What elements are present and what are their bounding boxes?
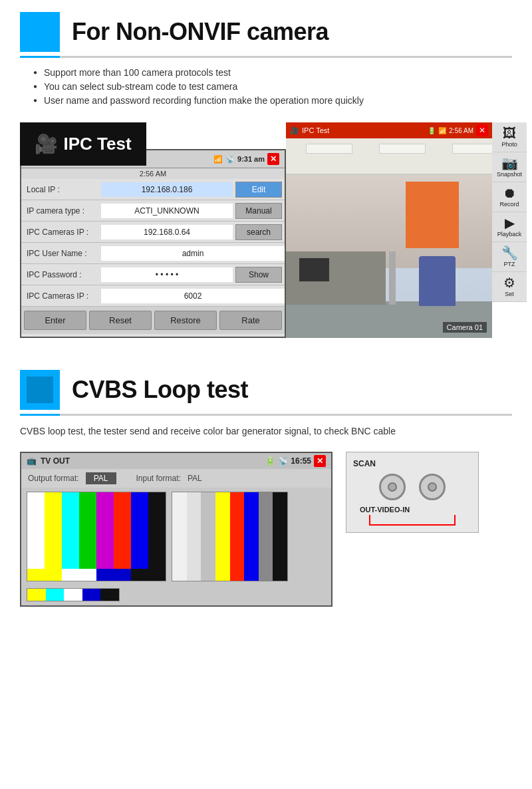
camera-time: 2:56 AM (449, 127, 473, 134)
mono-bar-4 (215, 492, 230, 581)
mono-screen (172, 492, 288, 581)
camera-close-btn[interactable]: ✕ (476, 124, 488, 136)
bar-magenta (96, 492, 114, 569)
bottom-yellow (27, 569, 62, 581)
bnc-out-video-label: OUT-VIDEO-IN (360, 506, 410, 514)
cameratype-value: ACTI_UNKNOWN (101, 204, 233, 218)
camera-title-icon: 🎥 (290, 126, 299, 135)
tvout-title: TV OUT (41, 456, 70, 466)
bar-yellow (45, 492, 62, 569)
tvout-battery-icon: 🔋 (265, 456, 275, 466)
localip-label: Local IP : (21, 182, 101, 197)
form-datetime: 2:56 AM (21, 168, 285, 179)
mono-bar-6 (244, 492, 259, 581)
playback-icon: ▶ (505, 216, 515, 230)
sidebar-photo[interactable]: 🖼 Photo (492, 122, 527, 152)
snapshot-label: Snapshot (497, 171, 522, 178)
section2-icon (20, 370, 60, 410)
camera-titlebar: 🎥 IPC Test 🔋 📶 2:56 AM ✕ (286, 122, 492, 138)
section1-title: For Non-ONVIF camera (72, 18, 329, 46)
bnc-red-bracket (369, 515, 456, 526)
section2: CVBS Loop test CVBS loop test, the teste… (0, 358, 532, 607)
tvout-time: 16:55 (291, 456, 311, 466)
ipc-logo-label: IPC Test (63, 134, 131, 154)
bar-white (27, 492, 45, 569)
tvout-icon: 📺 (27, 456, 37, 466)
manual-button[interactable]: Manual (235, 203, 282, 219)
small-bar-5 (100, 589, 119, 601)
small-bar-4 (82, 589, 101, 601)
bar-green (79, 492, 96, 569)
camera-screenshot: 🎥 IPC Test 🔋 📶 2:56 AM ✕ (286, 122, 492, 338)
bnc-scan-label: SCAN (353, 459, 471, 468)
password-value: • • • • • (101, 267, 233, 282)
bullet-list: Support more than 100 camera protocols t… (0, 58, 532, 116)
section2-title: CVBS Loop test (72, 376, 248, 404)
bottom-blue (96, 569, 131, 581)
bullet-item-1: Support more than 100 camera protocols t… (33, 67, 512, 78)
ipc-camera-icon: 🎥 (35, 133, 58, 155)
sidebar-ptz[interactable]: 🔧 PTZ (492, 242, 527, 272)
bnc-inner-right (428, 482, 437, 492)
reset-button[interactable]: Reset (89, 311, 152, 330)
sidebar-snapshot[interactable]: 📷 Snapshot (492, 152, 527, 182)
rate-button[interactable]: Rate (219, 311, 282, 330)
bar-blue (131, 492, 148, 569)
mono-bar-8 (273, 492, 287, 581)
enter-button[interactable]: Enter (24, 311, 86, 330)
form-row-port: IPC Cameras IP : 6002 (21, 285, 285, 307)
close-button[interactable]: ✕ (267, 153, 279, 165)
camera-signal-icon: 📶 (438, 127, 446, 134)
camera-image: Camera 01 (286, 138, 492, 338)
bnc-inner-left (388, 482, 397, 492)
form-row-cameratype: IP camera type : ACTI_UNKNOWN Manual (21, 200, 285, 222)
section1-header: For Non-ONVIF camera (0, 0, 532, 52)
small-bar-3 (64, 589, 82, 601)
sidebar-record[interactable]: ⏺ Record (492, 182, 527, 212)
bar-red (114, 492, 131, 569)
cvbs-description: CVBS loop test, the tester send and rece… (0, 416, 532, 445)
form-row-username: IPC User Name : admin (21, 243, 285, 264)
settings-icon: ⚙ (503, 276, 515, 289)
playback-label: Playback (497, 231, 522, 237)
mono-bar-3 (201, 492, 215, 581)
restore-button[interactable]: Restore (154, 311, 217, 330)
bar-black (148, 492, 166, 569)
color-bars-main (27, 492, 166, 569)
tvout-bottom-strip (21, 585, 331, 605)
record-icon: ⏺ (503, 186, 516, 200)
input-format-value: PAL (188, 474, 202, 483)
ptz-label: PTZ (504, 261, 515, 267)
tvout-close-btn[interactable]: ✕ (314, 455, 326, 467)
small-bar-1 (27, 589, 46, 601)
edit-button[interactable]: Edit (235, 182, 282, 198)
photo-icon: 🖼 (503, 126, 516, 140)
bnc-connectors (353, 474, 471, 500)
show-button[interactable]: Show (235, 267, 282, 283)
camera-label: Camera 01 (443, 322, 487, 333)
ipc-form-window: 🎥 IPC Test 📶 📡 9:31 am ✕ 2:56 AM Local I… (20, 149, 286, 338)
search-button[interactable]: search (235, 224, 282, 240)
photo-label: Photo (501, 141, 517, 148)
cvbs-demo-area: 📺 TV OUT 🔋 📡 16:55 ✕ Output format: PAL … (20, 452, 512, 607)
bottom-black (131, 569, 166, 581)
camera-battery-icon: 🔋 (428, 127, 436, 134)
cameratype-label: IP camera type : (21, 204, 101, 218)
bnc-circle-left (379, 474, 406, 500)
tvout-window: 📺 TV OUT 🔋 📡 16:55 ✕ Output format: PAL … (20, 452, 332, 607)
username-value: admin (101, 246, 285, 261)
form-row-localip: Local IP : 192.168.0.186 Edit (21, 179, 285, 200)
password-label: IPC Password : (21, 267, 101, 282)
mono-bar-1 (172, 492, 187, 581)
tvout-screens (21, 488, 331, 585)
status-icon1: 📶 (213, 155, 223, 164)
camera-title-text: IPC Test (302, 126, 329, 134)
form-row-password: IPC Password : • • • • • Show (21, 264, 285, 285)
tvout-titlebar: 📺 TV OUT 🔋 📡 16:55 ✕ (21, 453, 331, 469)
localip-value: 192.168.0.186 (101, 182, 233, 197)
sidebar-playback[interactable]: ▶ Playback (492, 212, 527, 242)
tvout-title-icons: 🔋 📡 16:55 ✕ (265, 455, 326, 467)
status-icon2: 📡 (225, 155, 235, 164)
bottom-white (62, 569, 96, 581)
sidebar-set[interactable]: ⚙ Set (492, 272, 527, 302)
